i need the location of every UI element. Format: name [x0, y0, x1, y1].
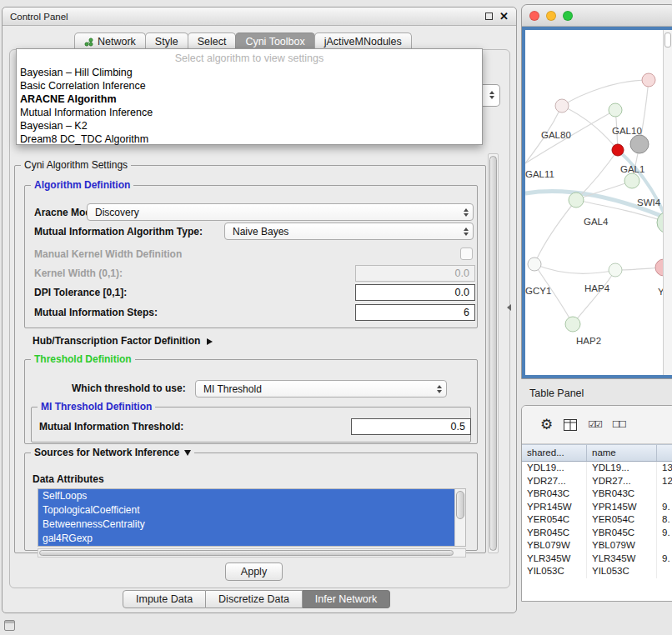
mi-algorithm-type-select[interactable]: Naive Bayes	[224, 222, 474, 240]
kernel-width-field[interactable]: 0.0	[355, 265, 475, 282]
network-node-gray[interactable]	[630, 135, 649, 153]
table-row[interactable]: YDL19...YDL19...13	[522, 462, 672, 475]
cell: YPR145W	[587, 501, 657, 514]
scrollbar-thumb[interactable]	[489, 156, 497, 551]
table-panel: Table Panel ⚙ ☑☑ ☐☐ shared... name YDL19…	[521, 383, 672, 602]
scrollbar-thumb[interactable]	[664, 32, 671, 48]
list-item[interactable]: gal4RGexp	[38, 532, 465, 546]
network-canvas[interactable]: GAL80 GAL10 GAL11 GAL1 SWI4 GAL4 GCY1 HA…	[522, 27, 672, 378]
node-gal4[interactable]	[569, 192, 584, 208]
tab-cyni-toolbox[interactable]: Cyni Toolbox	[235, 32, 314, 50]
docked-panel-icon[interactable]	[4, 620, 15, 631]
list-item[interactable]: TopologicalCoefficient	[38, 503, 465, 518]
mi-threshold-field[interactable]: 0.5	[351, 418, 471, 435]
node-label-swi4[interactable]: SWI4	[637, 198, 661, 208]
node-label-hap2[interactable]: HAP2	[576, 336, 601, 346]
mi-steps-field[interactable]: 6	[355, 304, 475, 321]
table-panel-window: ⚙ ☑☑ ☐☐ shared... name YDL19...YDL19...1…	[521, 405, 672, 602]
dropdown-item-dream8[interactable]: Dream8 DC_TDC Algorithm	[17, 132, 482, 146]
table-row[interactable]: YDR27...YDR27...12	[522, 475, 672, 488]
cell	[657, 565, 672, 578]
scrollbar-thumb[interactable]	[456, 491, 464, 519]
mi-threshold-value: 0.5	[451, 421, 465, 432]
node-label-gcy1[interactable]: GCY1	[525, 286, 551, 296]
select-all-columns-icon[interactable]: ☑☑	[588, 420, 601, 429]
node-gal1[interactable]	[624, 173, 639, 188]
close-panel-icon[interactable]: ✕	[499, 11, 509, 22]
dropdown-item-mutual-information[interactable]: Mutual Information Inference	[17, 106, 482, 119]
apply-button[interactable]: Apply	[225, 562, 283, 581]
tab-impute-data[interactable]: Impute Data	[123, 590, 206, 608]
table-row[interactable]: YBR045CYBR045C9.	[522, 527, 672, 540]
column-header-name[interactable]: name	[587, 445, 657, 461]
node-label-gal10[interactable]: GAL10	[612, 126, 642, 136]
data-attributes-list[interactable]: SelfLoops TopologicalCoefficient Between…	[38, 488, 466, 547]
tab-style[interactable]: Style	[145, 32, 188, 50]
dropdown-item-aracne[interactable]: ARACNE Algorithm	[17, 92, 482, 106]
cell: YIL053C	[587, 565, 657, 578]
list-vertical-scrollbar[interactable]	[454, 489, 465, 546]
table-row[interactable]: YLR345WYLR345W9.	[522, 552, 672, 566]
network-graph: GAL80 GAL10 GAL11 GAL1 SWI4 GAL4 GCY1 HA…	[525, 30, 667, 376]
mac-minimize-button[interactable]	[546, 11, 556, 21]
mac-close-button[interactable]	[529, 11, 539, 21]
dropdown-item-basic-correlation[interactable]: Basic Correlation Inference	[17, 79, 482, 92]
tab-jactivemodules[interactable]: jActiveMNodules	[314, 32, 412, 50]
node-gal10[interactable]	[612, 144, 624, 156]
algorithm-combo-fragment[interactable]	[483, 84, 500, 107]
node-label-gal80[interactable]: GAL80	[541, 130, 571, 140]
splitter-collapse-icon[interactable]	[507, 304, 511, 311]
column-header-cut[interactable]	[657, 445, 672, 461]
tab-infer-network[interactable]: Infer Network	[303, 590, 390, 608]
tab-discretize-data[interactable]: Discretize Data	[206, 590, 303, 608]
tab-network[interactable]: Network	[74, 32, 146, 50]
node-label-gal1[interactable]: GAL1	[620, 164, 644, 174]
node-hap4[interactable]	[609, 263, 622, 277]
dpi-tolerance-field[interactable]: 0.0	[355, 284, 475, 301]
combo-arrows-icon	[464, 208, 469, 217]
combo-arrows-icon	[489, 91, 494, 99]
node-hap2[interactable]	[565, 317, 580, 332]
network-node[interactable]	[555, 99, 569, 112]
combo-arrows-icon	[464, 228, 469, 236]
dropdown-item-bayesian-hill-climbing[interactable]: Bayesian – Hill Climbing	[17, 66, 482, 79]
aracne-mode-select[interactable]: Discovery	[87, 203, 474, 221]
scrollbar-thumb[interactable]	[39, 550, 454, 556]
cell: 12	[657, 475, 672, 488]
dropdown-placeholder: Select algorithm to view settings	[17, 52, 482, 66]
which-threshold-select[interactable]: MI Threshold	[195, 380, 447, 398]
mac-zoom-button[interactable]	[563, 11, 573, 21]
network-vertical-scrollbar[interactable]	[663, 30, 672, 375]
cyni-mode-tabs: Impute Data Discretize Data Infer Networ…	[123, 590, 390, 608]
network-node[interactable]	[609, 103, 622, 117]
manual-kernel-width-checkbox[interactable]	[460, 248, 473, 260]
network-window-titlebar	[522, 5, 672, 27]
columns-icon[interactable]	[564, 419, 577, 431]
network-node[interactable]	[642, 73, 655, 87]
cell: YDL19...	[587, 462, 657, 475]
tab-label: Select	[198, 36, 227, 48]
collapsed-arrow-icon	[207, 338, 213, 345]
table-row[interactable]: YER054CYER054C8.	[522, 513, 672, 527]
table-row[interactable]: YIL053CYIL053C	[522, 565, 672, 578]
dropdown-item-bayesian-k2[interactable]: Bayesian – K2	[17, 119, 482, 132]
sources-section-toggle[interactable]: Sources for Network Inference	[31, 447, 194, 458]
list-horizontal-scrollbar[interactable]	[38, 548, 466, 558]
table-row[interactable]: YBL079WYBL079W	[522, 539, 672, 552]
node-label-gal4[interactable]: GAL4	[584, 217, 609, 227]
table-row[interactable]: YPR145WYPR145W9.	[522, 501, 672, 514]
control-panel-titlebar: Control Panel ✕	[3, 8, 516, 26]
list-item[interactable]: BetweennessCentrality	[38, 518, 465, 532]
float-panel-icon[interactable]	[485, 12, 493, 20]
node-label-hap4[interactable]: HAP4	[584, 283, 610, 293]
node-gcy1[interactable]	[528, 258, 541, 271]
column-header-shared-name[interactable]: shared...	[522, 445, 587, 461]
unselect-all-columns-icon[interactable]: ☐☐	[612, 420, 625, 429]
table-row[interactable]: YBR043CYBR043C	[522, 488, 672, 501]
tab-select[interactable]: Select	[188, 32, 237, 50]
gear-icon[interactable]: ⚙	[540, 418, 553, 432]
hub-factor-section-toggle[interactable]: Hub/Transcription Factor Definition	[33, 335, 213, 348]
list-item[interactable]: SelfLoops	[38, 489, 465, 503]
settings-vertical-scrollbar[interactable]	[488, 153, 499, 553]
node-label-gal11[interactable]: GAL11	[525, 169, 554, 179]
